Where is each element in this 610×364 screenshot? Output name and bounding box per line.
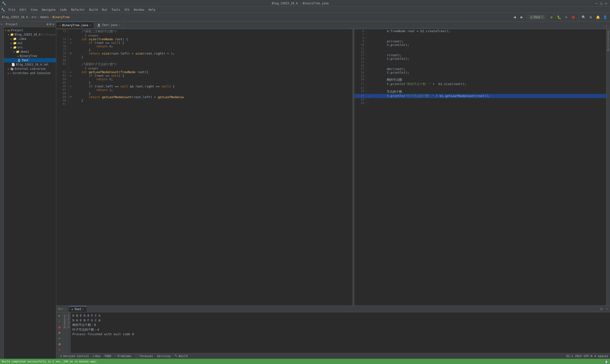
run-button[interactable]: ▶ — [549, 14, 555, 20]
project-icon[interactable]: P — [0, 22, 4, 26]
scroll-top-button[interactable]: ⊞ — [57, 330, 62, 335]
line-ending[interactable]: CRLF — [575, 354, 582, 358]
tree-item-idea[interactable]: ▸ 📁 .idea — [4, 37, 56, 41]
left-code-scroll[interactable]: 73 /*获取二叉树的节点数*/ 3 usages — [56, 29, 353, 305]
rerun-button[interactable]: ↺ — [57, 319, 62, 324]
bookmarks-label[interactable]: Bookmarks — [63, 312, 67, 330]
right-line-code-26[interactable] — [371, 102, 606, 105]
line-code-82[interactable]: int getLeafNodeCount(TreeNode root){ — [73, 70, 352, 74]
line-code-90[interactable]: } — [73, 99, 352, 103]
right-line-code-15[interactable] — [371, 61, 606, 64]
line-code-81[interactable]: /*获取叶子节点的个数*/ — [73, 62, 352, 66]
right-line-code-6[interactable]: e.TreeNode root = b1.createTree(); — [371, 29, 606, 33]
cursor-position[interactable]: 91:1 — [566, 354, 573, 358]
run-again-button[interactable]: ▶ — [57, 313, 62, 318]
terminal-btn[interactable]: ⬛ Terminal — [134, 354, 154, 358]
coverage-button[interactable]: ☂ — [563, 14, 569, 20]
line-code-77[interactable]: } — [73, 48, 352, 52]
tree-item-binarytree[interactable]: ☕ BinaryTree — [4, 54, 56, 58]
right-line-code-12[interactable] — [371, 50, 606, 53]
bottom-tab-test[interactable]: ▶ Test ✕ — [69, 306, 87, 312]
search-everywhere-button[interactable]: 🔍 — [581, 14, 587, 20]
tree-item-src[interactable]: ▸ 📁 src — [4, 45, 56, 50]
debug-button[interactable]: 🐛 — [556, 14, 562, 20]
right-line-code-18[interactable]: t.println(); — [371, 71, 606, 74]
tree-item-project[interactable]: ▾ 🗂 Project — [4, 28, 56, 32]
line-code-89[interactable]: return getLeafNodeCount(root.left) + get… — [73, 95, 352, 99]
right-line-code-14[interactable]: t.println(); — [371, 57, 606, 61]
forward-button[interactable]: ▶ — [519, 14, 525, 20]
right-line-code-11[interactable] — [371, 47, 606, 50]
menu-file[interactable]: File — [6, 8, 17, 12]
right-code-scroll[interactable]: 6 e.TreeNode root = b1.createTree(); 7 — [354, 29, 606, 305]
line-code-80[interactable] — [73, 59, 352, 62]
wrap-button[interactable]: ↩ — [57, 336, 62, 341]
line-code-84[interactable]: return 0; — [73, 78, 352, 81]
line-code-85[interactable]: } — [73, 81, 352, 85]
notifications-button[interactable]: 🔔 — [595, 14, 601, 20]
menu-edit[interactable]: Edit — [18, 8, 28, 12]
breadcrumb-demo1[interactable]: demo1 — [40, 15, 49, 19]
menu-navigate[interactable]: Navigate — [40, 8, 58, 12]
breadcrumb-src[interactable]: src — [31, 15, 37, 19]
menu-code[interactable]: Code — [58, 8, 69, 12]
right-line-code-20[interactable]: 网的节点数 — [371, 78, 606, 82]
line-code-86[interactable]: if (root.left == null && root.right == n… — [73, 85, 352, 88]
tab-gear-icon[interactable]: ⋮ — [603, 25, 610, 28]
line-code-78[interactable]: return size(root.left) + size(root.right… — [73, 52, 352, 55]
stop-button[interactable]: ■ — [570, 14, 576, 20]
tab-test[interactable]: 🔬 Test.java ✕ — [94, 22, 123, 28]
back-button[interactable]: ◀ — [512, 14, 518, 20]
menu-tools[interactable]: Tools — [110, 8, 122, 12]
services-btn[interactable]: Services — [156, 354, 172, 358]
menu-help[interactable]: Help — [146, 8, 157, 12]
right-line-code-17[interactable]: der(root); — [371, 67, 606, 71]
right-line-code-13[interactable]: r(root); — [371, 53, 606, 57]
right-line-code-25[interactable] — [371, 98, 606, 102]
line-code-76[interactable]: return 0; — [73, 45, 352, 48]
right-line-code-24[interactable]: t.println("叶子节点的个数：" + b1.getLeafNodeCou… — [371, 94, 606, 98]
settings-button[interactable]: ⚙ — [588, 14, 594, 20]
tab-binarytree-close[interactable]: ✕ — [90, 24, 91, 26]
right-line-code-16[interactable] — [371, 64, 606, 67]
project-gear-icon[interactable]: ⚙ — [47, 22, 49, 26]
print-button[interactable]: 🖨 — [57, 342, 62, 346]
right-line-code-7[interactable] — [371, 33, 606, 36]
breadcrumb-file[interactable]: BinaryTree — [52, 15, 70, 19]
line-code-87[interactable]: return 1; — [73, 88, 352, 92]
maximize-button[interactable]: □ — [600, 1, 602, 5]
menu-view[interactable]: View — [29, 8, 39, 12]
bottom-panel-gear[interactable]: ⚙ — [598, 307, 604, 311]
bottom-tab-test-close[interactable]: ✕ — [82, 308, 84, 310]
line-code-74[interactable]: int size(TreeNode root) { — [73, 37, 352, 41]
account-button[interactable]: 👤 — [602, 14, 608, 20]
structure-label[interactable]: Structure — [66, 312, 71, 330]
clear-button[interactable]: 🗑 — [57, 347, 62, 352]
line-code-75[interactable]: if (root == null) { — [73, 41, 352, 45]
project-close-icon[interactable]: ✕ — [52, 22, 54, 26]
line-code-88[interactable]: } — [73, 92, 352, 95]
tree-item-test[interactable]: 🔬 Test — [4, 58, 56, 62]
tree-item-ext-lib[interactable]: ▸ 📚 External Libraries — [4, 67, 56, 71]
tab-binarytree[interactable]: ☕ BinaryTree.java ✕ — [56, 22, 94, 28]
right-line-code-22[interactable] — [371, 86, 606, 90]
right-line-code-21[interactable]: t.println("树的节点个数：" + b1.size(root)); — [371, 82, 606, 86]
tree-item-root-folder[interactable]: ▾ 📁 Blog_J2023_10_4 D:\Project\JAVA\... — [4, 32, 56, 37]
tree-item-out[interactable]: ▸ 📁 out — [4, 41, 56, 45]
tree-item-iml[interactable]: 📄 Blog_J2023_10_4.iml — [4, 62, 56, 67]
menu-build[interactable]: Build — [87, 8, 100, 12]
right-line-code-8[interactable] — [371, 36, 606, 39]
menu-vcs[interactable]: VCS — [122, 8, 131, 12]
tab-test-close[interactable]: ✕ — [119, 24, 120, 26]
bottom-panel-minimize[interactable]: ─ — [604, 307, 610, 311]
menu-refactor[interactable]: Refactor — [69, 8, 87, 12]
version-control-btn[interactable]: ⎇ Version Control — [58, 354, 90, 358]
right-line-code-19[interactable] — [371, 74, 606, 78]
line-code-91[interactable] — [73, 103, 352, 106]
close-button[interactable]: ✕ — [605, 1, 607, 5]
todo-btn[interactable]: TODO — [104, 354, 112, 358]
title-bar-right[interactable]: ─ □ ✕ — [595, 1, 608, 5]
tree-item-scratches[interactable]: ▸ ✏ Scratches and Consoles — [4, 71, 56, 75]
breadcrumb-project[interactable]: Blog_J2023_10_4 — [2, 15, 28, 19]
line-code-83[interactable]: if (root == null) { — [73, 74, 352, 78]
